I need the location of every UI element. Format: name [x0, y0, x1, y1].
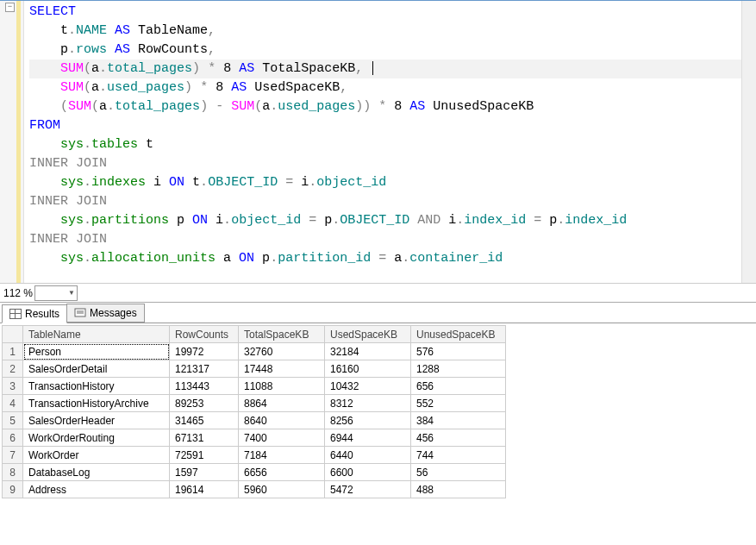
table-cell[interactable]: TransactionHistoryArchive: [23, 395, 170, 412]
code-line[interactable]: INNER JOIN: [29, 192, 741, 211]
table-cell[interactable]: 656: [411, 378, 506, 395]
table-cell[interactable]: 6440: [325, 447, 411, 464]
table-cell[interactable]: 67131: [170, 429, 239, 447]
table-cell[interactable]: 16160: [325, 360, 411, 378]
column-header[interactable]: TotalSpaceKB: [239, 326, 325, 343]
code-line[interactable]: sys.tables t: [29, 135, 741, 154]
column-header[interactable]: UsedSpaceKB: [325, 326, 411, 343]
table-cell[interactable]: 744: [411, 447, 506, 464]
table-cell[interactable]: 10432: [325, 378, 411, 395]
table-row[interactable]: 6WorkOrderRouting6713174006944456: [3, 429, 506, 447]
code-line[interactable]: sys.allocation_units a ON p.partition_id…: [29, 249, 741, 268]
table-cell[interactable]: 72591: [170, 447, 239, 464]
table-cell[interactable]: 6656: [239, 464, 325, 481]
table-cell[interactable]: 32760: [239, 343, 325, 360]
tab-messages[interactable]: Messages: [66, 304, 145, 323]
table-cell[interactable]: 113443: [170, 378, 239, 395]
table-row[interactable]: 9Address1961459605472488: [3, 481, 506, 498]
table-cell[interactable]: 8312: [325, 395, 411, 412]
table-row[interactable]: 5SalesOrderHeader3146586408256384: [3, 412, 506, 429]
table-row[interactable]: 2SalesOrderDetail12131717448161601288: [3, 360, 506, 378]
code-line[interactable]: (SUM(a.total_pages) - SUM(a.used_pages))…: [29, 97, 741, 116]
editor-body: − SELECT t.NAME AS TableName, p.rows AS …: [0, 1, 756, 283]
row-number-cell[interactable]: 3: [3, 378, 23, 395]
table-cell[interactable]: 456: [411, 429, 506, 447]
table-cell[interactable]: 7400: [239, 429, 325, 447]
tab-results-label: Results: [25, 308, 59, 320]
table-cell[interactable]: 11088: [239, 378, 325, 395]
table-cell[interactable]: 56: [411, 464, 506, 481]
table-cell[interactable]: 121317: [170, 360, 239, 378]
column-header[interactable]: UnusedSpaceKB: [411, 326, 506, 343]
table-cell[interactable]: 576: [411, 343, 506, 360]
table-cell[interactable]: WorkOrder: [23, 447, 170, 464]
text-caret: [372, 61, 373, 75]
table-row[interactable]: 8DatabaseLog15976656660056: [3, 464, 506, 481]
sql-editor-pane: − SELECT t.NAME AS TableName, p.rows AS …: [0, 0, 756, 302]
table-cell[interactable]: SalesOrderDetail: [23, 360, 170, 378]
table-cell[interactable]: 17448: [239, 360, 325, 378]
table-cell[interactable]: 552: [411, 395, 506, 412]
results-grid-wrap[interactable]: TableNameRowCountsTotalSpaceKBUsedSpaceK…: [0, 323, 756, 545]
code-line[interactable]: t.NAME AS TableName,: [29, 22, 741, 41]
grid-icon: [9, 309, 22, 319]
table-cell[interactable]: 8864: [239, 395, 325, 412]
code-line[interactable]: p.rows AS RowCounts,: [29, 41, 741, 60]
column-header[interactable]: RowCounts: [170, 326, 239, 343]
table-cell[interactable]: Person: [23, 343, 170, 360]
table-cell[interactable]: 19972: [170, 343, 239, 360]
table-row[interactable]: 3TransactionHistory1134431108810432656: [3, 378, 506, 395]
row-number-cell[interactable]: 7: [3, 447, 23, 464]
table-cell[interactable]: 1288: [411, 360, 506, 378]
row-number-cell[interactable]: 9: [3, 481, 23, 498]
zoom-dropdown[interactable]: ▼: [34, 285, 78, 301]
table-cell[interactable]: DatabaseLog: [23, 464, 170, 481]
code-line[interactable]: SUM(a.total_pages) * 8 AS TotalSpaceKB,: [29, 60, 741, 78]
table-cell[interactable]: 5960: [239, 481, 325, 498]
table-cell[interactable]: 7184: [239, 447, 325, 464]
row-number-cell[interactable]: 5: [3, 412, 23, 429]
code-line[interactable]: INNER JOIN: [29, 154, 741, 173]
table-cell[interactable]: 19614: [170, 481, 239, 498]
table-cell[interactable]: 1597: [170, 464, 239, 481]
table-cell[interactable]: 384: [411, 412, 506, 429]
row-number-cell[interactable]: 8: [3, 464, 23, 481]
code-line[interactable]: INNER JOIN: [29, 230, 741, 249]
table-cell[interactable]: 6600: [325, 464, 411, 481]
table-cell[interactable]: 5472: [325, 481, 411, 498]
row-number-cell[interactable]: 4: [3, 395, 23, 412]
table-cell[interactable]: WorkOrderRouting: [23, 429, 170, 447]
tab-messages-label: Messages: [90, 307, 137, 319]
code-line[interactable]: sys.indexes i ON t.OBJECT_ID = i.object_…: [29, 173, 741, 192]
table-cell[interactable]: 8256: [325, 412, 411, 429]
table-row[interactable]: 4TransactionHistoryArchive89253886483125…: [3, 395, 506, 412]
table-cell[interactable]: 31465: [170, 412, 239, 429]
vertical-scrollbar[interactable]: [741, 1, 756, 283]
table-row[interactable]: 7WorkOrder7259171846440744: [3, 447, 506, 464]
change-indicator-bar: [16, 1, 21, 283]
outline-collapse-toggle[interactable]: −: [5, 3, 15, 12]
code-line[interactable]: sys.partitions p ON i.object_id = p.OBJE…: [29, 211, 741, 230]
table-cell[interactable]: 8640: [239, 412, 325, 429]
table-header-row: TableNameRowCountsTotalSpaceKBUsedSpaceK…: [3, 326, 506, 343]
column-header[interactable]: TableName: [23, 326, 170, 343]
table-cell[interactable]: Address: [23, 481, 170, 498]
tab-results[interactable]: Results: [2, 304, 67, 323]
code-line[interactable]: SELECT: [29, 3, 741, 22]
table-cell[interactable]: SalesOrderHeader: [23, 412, 170, 429]
code-line[interactable]: FROM: [29, 116, 741, 135]
table-cell[interactable]: TransactionHistory: [23, 378, 170, 395]
zoom-level-label: 112 %: [3, 287, 33, 299]
row-number-cell[interactable]: 2: [3, 360, 23, 378]
code-line[interactable]: SUM(a.used_pages) * 8 AS UsedSpaceKB,: [29, 78, 741, 97]
sql-code-area[interactable]: SELECT t.NAME AS TableName, p.rows AS Ro…: [24, 1, 741, 283]
table-cell[interactable]: 32184: [325, 343, 411, 360]
editor-gutter: −: [0, 1, 24, 283]
table-cell[interactable]: 89253: [170, 395, 239, 412]
row-number-cell[interactable]: 1: [3, 343, 23, 360]
table-row[interactable]: 1Person199723276032184576: [3, 343, 506, 360]
row-number-cell[interactable]: 6: [3, 429, 23, 447]
results-table[interactable]: TableNameRowCountsTotalSpaceKBUsedSpaceK…: [2, 325, 506, 498]
table-cell[interactable]: 488: [411, 481, 506, 498]
table-cell[interactable]: 6944: [325, 429, 411, 447]
